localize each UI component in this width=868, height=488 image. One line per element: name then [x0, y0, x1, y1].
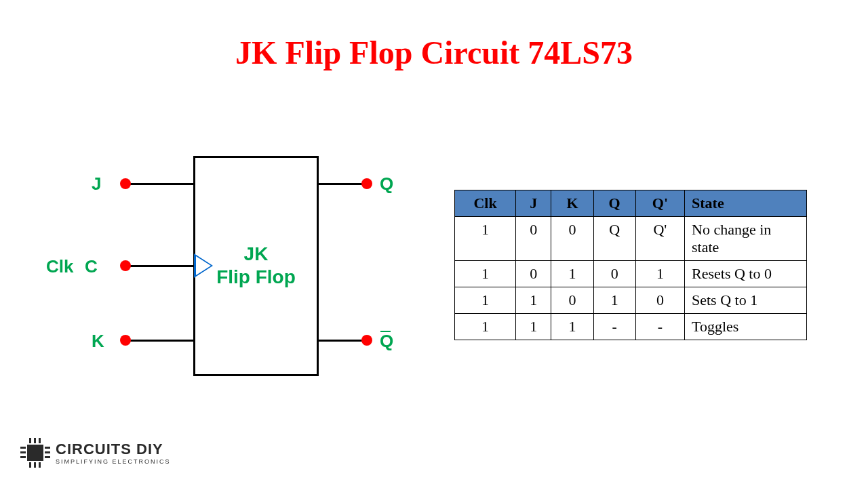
- pin-label-qbar: Q: [380, 331, 393, 352]
- truth-table: Clk J K Q Q' State 1 0 0 Q Q' No change …: [454, 190, 807, 340]
- cell-state: Resets Q to 0: [685, 261, 807, 287]
- cell-state: No change in state: [685, 217, 807, 261]
- wire-k: [125, 340, 193, 342]
- table-row: 1 0 0 Q Q' No change in state: [455, 217, 807, 261]
- terminal-c: [120, 260, 131, 271]
- page-title: JK Flip Flop Circuit 74LS73: [0, 0, 868, 71]
- wire-q: [319, 183, 366, 185]
- cell: Q: [593, 217, 635, 261]
- pin-label-k: K: [92, 331, 104, 352]
- wire-qbar: [319, 340, 366, 342]
- cell: -: [635, 314, 684, 340]
- cell: 1: [635, 261, 684, 287]
- cell-state: Toggles: [685, 314, 807, 340]
- terminal-j: [120, 178, 131, 189]
- logo-main: CIRCUITS DIY: [56, 441, 171, 458]
- cell: 0: [551, 217, 593, 261]
- logo-sub: SIMPLIFYING ELECTRONICS: [56, 458, 171, 465]
- cell: Q': [635, 217, 684, 261]
- cell: -: [593, 314, 635, 340]
- th-clk: Clk: [455, 190, 516, 217]
- table-row: 1 0 1 0 1 Resets Q to 0: [455, 261, 807, 287]
- logo-text: CIRCUITS DIY SIMPLIFYING ELECTRONICS: [56, 441, 171, 465]
- clock-triangle-icon: [194, 253, 213, 278]
- cell-state: Sets Q to 1: [685, 287, 807, 314]
- chip-icon: [20, 438, 50, 468]
- pin-label-j: J: [92, 174, 101, 195]
- cell: 1: [551, 314, 593, 340]
- cell: 1: [455, 287, 516, 314]
- th-q: Q: [593, 190, 635, 217]
- terminal-q: [361, 178, 372, 189]
- wire-j: [125, 183, 193, 185]
- terminal-qbar: [361, 335, 372, 346]
- jk-circuit-diagram: JK Flip Flop J Clk C K Q Q: [20, 156, 400, 393]
- cell: 1: [551, 261, 593, 287]
- block-label-line1: JK: [244, 243, 269, 264]
- cell: 0: [516, 261, 551, 287]
- cell: 1: [516, 287, 551, 314]
- wire-c: [125, 265, 193, 267]
- th-j: J: [516, 190, 551, 217]
- pin-label-c: C: [85, 256, 98, 277]
- th-k: K: [551, 190, 593, 217]
- cell: 1: [455, 261, 516, 287]
- brand-logo: CIRCUITS DIY SIMPLIFYING ELECTRONICS: [20, 438, 171, 468]
- cell: 0: [516, 217, 551, 261]
- pin-label-clk: Clk: [46, 256, 73, 277]
- block-label: JK Flip Flop: [195, 243, 317, 288]
- pin-label-q: Q: [380, 174, 393, 195]
- truth-table-wrap: Clk J K Q Q' State 1 0 0 Q Q' No change …: [454, 156, 848, 393]
- terminal-k: [120, 335, 131, 346]
- cell: 0: [551, 287, 593, 314]
- th-state: State: [685, 190, 807, 217]
- cell: 0: [593, 261, 635, 287]
- qbar-overline-icon: [380, 331, 391, 332]
- block-label-line2: Flip Flop: [216, 266, 296, 287]
- content-row: JK Flip Flop J Clk C K Q Q Clk J K: [20, 156, 848, 393]
- cell: 0: [635, 287, 684, 314]
- table-header-row: Clk J K Q Q' State: [455, 190, 807, 217]
- table-row: 1 1 0 1 0 Sets Q to 1: [455, 287, 807, 314]
- cell: 1: [455, 217, 516, 261]
- table-row: 1 1 1 - - Toggles: [455, 314, 807, 340]
- th-qp: Q': [635, 190, 684, 217]
- cell: 1: [455, 314, 516, 340]
- cell: 1: [593, 287, 635, 314]
- cell: 1: [516, 314, 551, 340]
